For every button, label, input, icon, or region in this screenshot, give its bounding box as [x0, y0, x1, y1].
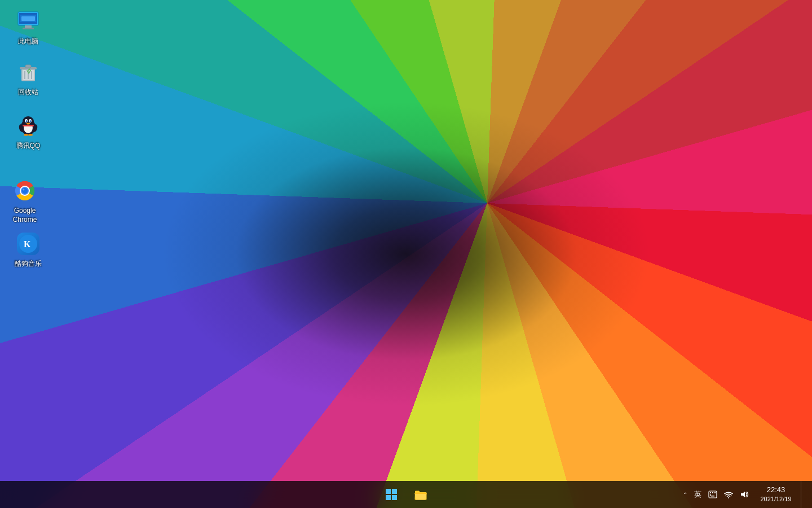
svg-rect-28 [23, 125, 34, 126]
file-explorer-button[interactable] [407, 481, 434, 508]
svg-text:K: K [24, 239, 31, 249]
svg-rect-2 [25, 25, 32, 28]
svg-rect-41 [710, 494, 711, 496]
recycle-icon-svg [17, 61, 39, 84]
svg-point-26 [24, 134, 28, 136]
svg-point-22 [30, 120, 31, 121]
qq-icon-svg [17, 115, 39, 137]
desktop-icon-qq[interactable]: 腾讯QQ [6, 110, 51, 153]
chevron-up-icon: ⌃ [683, 492, 687, 498]
svg-point-21 [27, 120, 27, 121]
desktop-icon-recycle[interactable]: 回收站 [6, 56, 51, 99]
keyboard-icon [708, 491, 717, 498]
kuwo-logo-svg: K [19, 235, 37, 253]
chrome-icon-img [11, 177, 38, 204]
qq-icon-img [15, 112, 42, 139]
kuwo-icon-shape: K [17, 233, 39, 255]
desktop-icon-kuwo[interactable]: K 酷狗音乐 [6, 228, 51, 271]
svg-point-27 [28, 134, 33, 136]
tray-keyboard-button[interactable] [706, 481, 720, 508]
desktop: 此电脑 回收站 [0, 0, 812, 485]
svg-rect-38 [710, 492, 711, 493]
taskbar: ⌃ 英 [0, 481, 812, 508]
computer-icon-svg [17, 11, 39, 32]
kuwo-icon-label: 酷狗音乐 [15, 260, 42, 269]
svg-rect-42 [711, 496, 714, 497]
tray-time: 22:43 [767, 485, 785, 495]
recycle-icon-label: 回收站 [18, 88, 38, 97]
language-label: 英 [694, 489, 701, 500]
svg-point-19 [26, 120, 28, 122]
svg-point-33 [23, 189, 25, 191]
svg-rect-3 [23, 28, 34, 29]
volume-icon [740, 490, 749, 499]
svg-point-23 [27, 123, 30, 125]
kuwo-icon-img: K [15, 230, 42, 257]
tray-network-button[interactable] [722, 481, 735, 508]
chrome-icon-svg [15, 181, 35, 201]
computer-icon-label: 此电脑 [18, 37, 38, 46]
network-icon [724, 490, 733, 499]
desktop-icon-chrome[interactable]: Google Chrome [2, 175, 47, 226]
recycle-icon-img [15, 59, 42, 86]
svg-point-32 [22, 188, 28, 194]
svg-rect-36 [415, 493, 427, 494]
show-desktop-button[interactable] [801, 481, 805, 508]
svg-rect-37 [709, 491, 717, 498]
computer-icon-img [15, 8, 42, 35]
windows-logo-icon [386, 489, 397, 500]
tray-show-hidden-button[interactable]: ⌃ [681, 481, 690, 508]
tray-date: 2021/12/19 [760, 495, 791, 503]
tray-volume-button[interactable] [738, 481, 751, 508]
svg-rect-5 [21, 16, 35, 21]
file-explorer-icon [414, 489, 427, 500]
tray-clock[interactable]: 22:43 2021/12/19 [753, 481, 798, 508]
svg-rect-39 [712, 492, 713, 493]
desktop-icon-computer[interactable]: 此电脑 [6, 6, 51, 49]
qq-icon-label: 腾讯QQ [16, 142, 41, 151]
taskbar-center [378, 481, 434, 508]
start-button[interactable] [378, 481, 405, 508]
tray-language-button[interactable]: 英 [692, 481, 704, 508]
chrome-icon-label: Google Chrome [5, 207, 45, 224]
svg-point-20 [30, 120, 32, 122]
system-tray: ⌃ 英 [681, 481, 812, 508]
svg-rect-40 [714, 492, 716, 493]
